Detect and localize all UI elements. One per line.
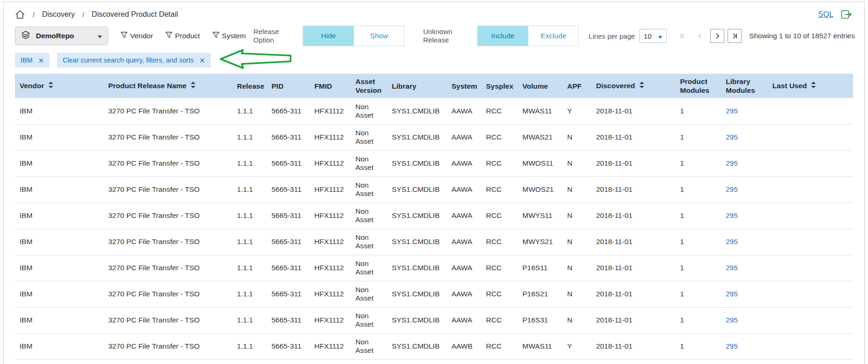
library-modules-link[interactable]: 295: [726, 107, 738, 115]
exclude-button[interactable]: Exclude: [528, 26, 578, 46]
column-header-discovered[interactable]: Discovered: [591, 74, 675, 98]
table-cell: Non Asset: [351, 333, 387, 359]
table-cell: Non Asset: [351, 176, 387, 203]
table-cell: [823, 150, 853, 176]
table-cell: 5665-311: [267, 124, 310, 150]
home-icon[interactable]: [15, 10, 25, 19]
library-modules-link[interactable]: 295: [726, 133, 738, 141]
table-cell: 3270 PC File Transfer - TSO: [104, 176, 232, 203]
layers-icon: [21, 30, 30, 42]
table-cell: N: [562, 203, 591, 229]
table-cell: 5665-311: [267, 98, 310, 124]
column-header-filler: [823, 74, 853, 98]
library-modules-link[interactable]: 295: [726, 290, 738, 298]
column-header-library: Library: [387, 74, 447, 98]
green-arrow-annotation-icon: [217, 49, 293, 72]
chip-label: IBM: [21, 56, 33, 64]
breadcrumb-separator: /: [33, 11, 35, 19]
table-cell: 5665-311: [267, 255, 310, 281]
hide-button[interactable]: Hide: [303, 26, 354, 46]
table-cell: Non Asset: [351, 255, 387, 281]
sort-icon[interactable]: [191, 82, 195, 91]
table-cell: 1.1.1: [232, 150, 267, 176]
table-cell: HFX1112: [310, 176, 351, 203]
repo-dropdown[interactable]: DemoRepo: [15, 27, 108, 45]
breadcrumb-item-discovery[interactable]: Discovery: [42, 10, 75, 19]
library-modules-link[interactable]: 295: [726, 316, 738, 324]
export-icon[interactable]: [841, 9, 852, 20]
table-cell: 295: [721, 124, 768, 150]
table-cell: SYS1.CMDLIB: [387, 98, 447, 124]
table-row: IBM3270 PC File Transfer - TSO1.1.15665-…: [15, 333, 853, 359]
library-modules-link[interactable]: 295: [726, 185, 738, 193]
filter-system-label: System: [222, 32, 246, 40]
breadcrumb-item-current: Discovered Product Detail: [92, 10, 178, 19]
products-table: VendorProduct Release NameReleasePIDFMID…: [15, 74, 853, 360]
column-header-product-release-name[interactable]: Product Release Name: [104, 74, 232, 98]
table-cell: 1: [675, 98, 721, 124]
remove-filter-icon[interactable]: ✕: [38, 57, 44, 64]
sort-icon[interactable]: [811, 82, 816, 91]
table-cell: P16S31: [518, 307, 562, 333]
table-wrap: VendorProduct Release NameReleasePIDFMID…: [4, 74, 864, 360]
previous-page-button[interactable]: [693, 29, 707, 43]
last-page-button[interactable]: [728, 29, 742, 43]
funnel-icon: [120, 31, 128, 41]
table-cell: [768, 203, 823, 229]
table-cell: AAWA: [447, 150, 481, 176]
table-cell: 3270 PC File Transfer - TSO: [104, 255, 232, 281]
column-header-release: Release: [232, 74, 267, 98]
show-button[interactable]: Show: [354, 26, 404, 46]
sort-icon[interactable]: [639, 82, 644, 91]
table-cell: SYS1.CMDLIB: [387, 281, 447, 307]
table-cell: 295: [721, 176, 768, 203]
table-cell: 3270 PC File Transfer - TSO: [104, 307, 232, 333]
table-cell: Non Asset: [351, 203, 387, 229]
library-modules-link[interactable]: 295: [726, 211, 738, 219]
library-modules-link[interactable]: 295: [726, 159, 738, 167]
sort-icon[interactable]: [49, 82, 53, 91]
filter-chips-row: IBM ✕ Clear current search query, filter…: [4, 51, 864, 74]
clear-filters-chip[interactable]: Clear current search query, filters, and…: [57, 53, 211, 68]
table-cell: 2018-11-01: [591, 229, 675, 255]
column-header-last-used[interactable]: Last Used: [768, 74, 823, 98]
filter-vendor-button[interactable]: Vendor: [120, 31, 153, 41]
table-cell: 1: [675, 333, 721, 359]
column-header-vendor[interactable]: Vendor: [15, 74, 104, 98]
library-modules-link[interactable]: 295: [726, 264, 738, 272]
table-cell: N: [562, 176, 591, 203]
lines-per-page-select[interactable]: 10: [639, 29, 667, 43]
sql-link[interactable]: SQL: [818, 10, 833, 19]
filter-product-button[interactable]: Product: [165, 31, 200, 41]
table-cell: 5665-311: [267, 229, 310, 255]
table-cell: SYS1.CMDLIB: [387, 150, 447, 176]
table-cell: AAWA: [447, 98, 481, 124]
table-cell: MWOS11: [518, 150, 562, 176]
next-page-button[interactable]: [710, 29, 724, 43]
table-row: IBM3270 PC File Transfer - TSO1.1.15665-…: [15, 124, 853, 150]
table-cell: HFX1112: [310, 124, 351, 150]
table-cell: [768, 124, 823, 150]
include-button[interactable]: Include: [478, 26, 528, 46]
close-icon[interactable]: ✕: [199, 57, 205, 64]
topbar: / Discovery / Discovered Product Detail …: [4, 2, 864, 24]
table-cell: 5665-311: [267, 281, 310, 307]
column-header-fmid: FMID: [310, 74, 351, 98]
table-cell: 3270 PC File Transfer - TSO: [104, 281, 232, 307]
breadcrumb: / Discovery / Discovered Product Detail: [15, 10, 178, 19]
column-header-apf: APF: [562, 74, 591, 98]
table-cell: 1.1.1: [232, 333, 267, 359]
first-page-button[interactable]: [676, 29, 690, 43]
table-cell: AAWA: [447, 176, 481, 203]
filter-chip-ibm[interactable]: IBM ✕: [15, 53, 49, 68]
library-modules-link[interactable]: 295: [726, 342, 738, 350]
table-cell: 295: [721, 255, 768, 281]
filter-system-button[interactable]: System: [212, 31, 246, 41]
table-cell: 1.1.1: [232, 203, 267, 229]
table-cell: IBM: [15, 333, 104, 359]
table-cell: IBM: [15, 281, 104, 307]
table-cell: IBM: [15, 150, 104, 176]
library-modules-link[interactable]: 295: [726, 238, 738, 245]
table-row: IBM3270 PC File Transfer - TSO1.1.15665-…: [15, 203, 853, 229]
table-cell: [823, 229, 853, 255]
